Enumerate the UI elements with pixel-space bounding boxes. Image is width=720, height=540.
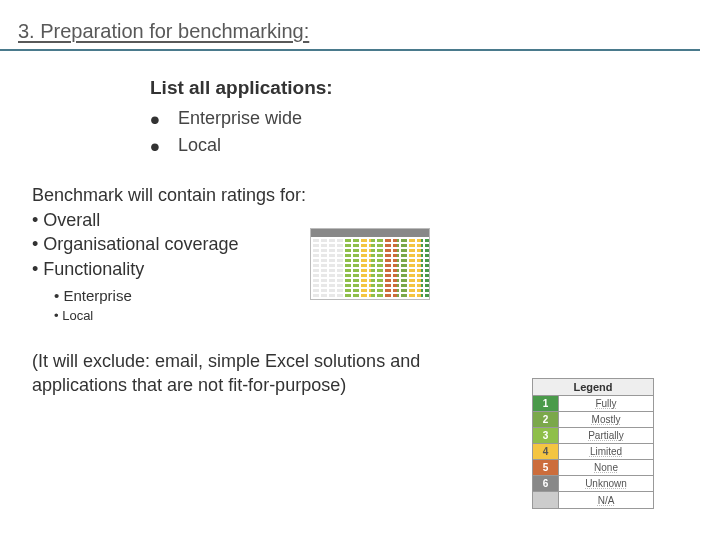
legend-row: 1Fully xyxy=(533,396,653,412)
legend-number xyxy=(533,492,559,508)
legend-label: Limited xyxy=(559,444,653,459)
list-heading: List all applications: xyxy=(150,77,720,99)
legend-label: Mostly xyxy=(559,412,653,427)
legend-number: 4 xyxy=(533,444,559,459)
legend-label: N/A xyxy=(559,492,653,508)
legend-table: Legend 1Fully2Mostly3Partially4Limited5N… xyxy=(532,378,654,509)
benchmark-heading: Benchmark will contain ratings for: xyxy=(32,185,720,206)
list-item: Local xyxy=(54,306,720,327)
slide-title: 3. Preparation for benchmarking: xyxy=(0,0,700,51)
legend-number: 5 xyxy=(533,460,559,475)
legend-number: 3 xyxy=(533,428,559,443)
list-item: Enterprise wide xyxy=(150,105,720,132)
legend-row: 4Limited xyxy=(533,444,653,460)
applications-bullets: Enterprise wide Local xyxy=(150,105,720,159)
legend-row: 2Mostly xyxy=(533,412,653,428)
legend-row: N/A xyxy=(533,492,653,508)
legend-label: Fully xyxy=(559,396,653,411)
legend-label: Unknown xyxy=(559,476,653,491)
list-applications-block: List all applications: Enterprise wide L… xyxy=(150,77,720,159)
legend-number: 6 xyxy=(533,476,559,491)
benchmark-matrix-thumbnail xyxy=(310,228,430,300)
legend-label: Partially xyxy=(559,428,653,443)
legend-row: 6Unknown xyxy=(533,476,653,492)
legend-label: None xyxy=(559,460,653,475)
exclusion-note: (It will exclude: email, simple Excel so… xyxy=(32,349,462,398)
legend-title: Legend xyxy=(533,379,653,396)
legend-number: 2 xyxy=(533,412,559,427)
legend-number: 1 xyxy=(533,396,559,411)
legend-row: 3Partially xyxy=(533,428,653,444)
list-item: Local xyxy=(150,132,720,159)
legend-row: 5None xyxy=(533,460,653,476)
